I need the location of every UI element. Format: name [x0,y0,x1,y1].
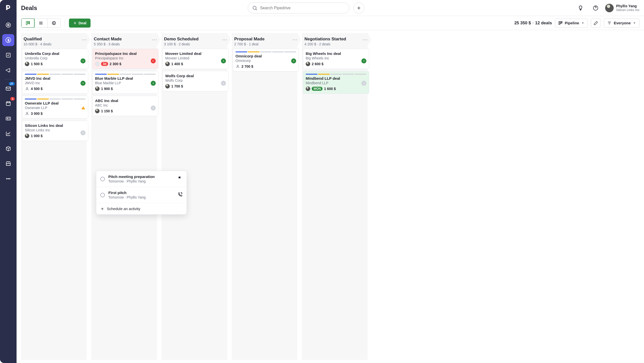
person-icon [235,64,240,69]
pipeline-stage: Qualified 10 000 $ · 4 deals ⋯ Umbrella … [21,33,89,360]
stage-summary: 5 350 $ · 3 deals [94,42,122,46]
help-icon [593,5,599,11]
deal-amount: 1 500 $ [31,62,43,66]
overdue-chip: 3d [101,62,108,66]
nav-deals[interactable] [2,34,14,46]
deal-org: Ownerate LLP [25,106,86,110]
svg-rect-14 [26,21,27,25]
deal-card[interactable]: Moveer Limited deal Moveer Limited 1 400… [163,49,229,69]
view-kanban[interactable] [21,19,34,28]
pipeline-selector[interactable]: Pipeline [555,19,588,28]
person-icon [25,86,29,91]
deal-card[interactable]: Big Wheels Inc deal Big Wheels Inc 2 600… [303,49,369,69]
svg-point-2 [8,25,9,25]
help-button[interactable] [590,3,601,14]
view-forecast[interactable] [47,19,60,28]
person-icon [25,111,29,116]
pipeline-stage: Negotiations Started 4 200 $ · 2 deals ⋯… [302,33,370,360]
status-green-icon [80,81,86,86]
stage-summary: 10 000 $ · 4 deals [24,42,51,46]
user-menu[interactable]: Phyllis Yang Silicon Links Inc [605,4,639,12]
nav-leads[interactable] [2,19,14,31]
svg-point-22 [26,112,28,114]
status-green-icon [221,58,226,63]
stage-menu[interactable]: ⋯ [82,37,87,42]
deal-card[interactable]: Principalspace Inc deal Principalspace I… [92,49,158,69]
user-name: Phyllis Yang [616,4,639,8]
deal-card[interactable]: Blue Marble LLP deal Blue Marble LLP 1 9… [92,71,158,94]
svg-rect-6 [6,102,10,106]
stage-menu[interactable]: ⋯ [152,37,157,42]
deal-card[interactable]: Umbrella Corp deal Umbrella Corp 1 500 $ [22,49,88,69]
deal-card[interactable]: JMVD Inc deal JMVD Inc 4 500 $ [22,71,88,94]
deal-card[interactable]: Silicon Links Inc deal Silicon Links Inc… [22,121,88,141]
deal-amount: 1 700 $ [171,84,183,88]
add-button[interactable] [353,3,364,14]
chevron-down-icon [633,21,636,25]
deal-org: Mindbend LLP [306,81,366,85]
deal-amount: 2 700 $ [241,64,253,68]
deal-amount: 1 900 $ [101,87,113,91]
stage-menu[interactable]: ⋯ [292,37,297,42]
search-input[interactable] [260,6,345,10]
pipeline-icon [558,21,563,25]
activity-item[interactable]: First pitchTomorrow · Phyllis Yang [96,187,187,203]
activity-badge: 1 [10,97,15,101]
activity-checkbox[interactable] [100,177,105,181]
deal-card[interactable]: Omnicorp deal Omnicorp 2 700 $ [233,49,299,71]
nav-mail[interactable]: 27 [2,82,14,95]
stage-summary: 3 100 $ · 2 deals [164,42,199,46]
forecast-icon [51,21,56,26]
deal-title: Omnicorp deal [235,54,296,58]
nav-contacts[interactable] [2,113,14,125]
stage-title: Demo Scheduled [164,37,199,42]
plus-icon [100,207,104,211]
activity-item[interactable]: Pitch meeting preparationTomorrow · Phyl… [96,171,187,187]
tips-button[interactable] [575,3,586,14]
svg-point-11 [10,178,10,179]
call-icon [178,192,183,197]
deal-org: Moveer Limited [165,56,226,60]
search-box[interactable] [248,3,349,14]
deal-org: Omnicorp [235,59,296,63]
filter-icon [607,21,612,25]
nav-activities[interactable]: 1 [2,98,14,110]
status-grey-icon [151,106,156,111]
deal-title: Big Wheels Inc deal [306,51,366,56]
stage-progress [306,74,366,75]
deal-amount: 1 000 $ [31,134,43,138]
deal-card[interactable]: Wolfs Corp deal Wolfs Corp 1 700 $ [163,71,229,91]
edit-pipeline-button[interactable] [591,19,601,28]
stage-progress [95,74,156,75]
activity-popup: Pitch meeting preparationTomorrow · Phyl… [96,171,187,215]
status-red-icon [151,58,156,63]
stage-title: Contact Made [94,37,122,42]
stage-menu[interactable]: ⋯ [363,37,368,42]
deal-title: Blue Marble LLP deal [95,76,156,80]
deal-card[interactable]: Mindbend LLP deal Mindbend LLP WON 1 600… [303,71,369,94]
svg-rect-15 [28,21,29,23]
view-list[interactable] [34,19,47,28]
nav-more[interactable] [2,173,14,185]
nav-campaigns[interactable] [2,64,14,76]
schedule-activity-button[interactable]: Schedule an activity [96,203,187,214]
deal-org: ABC Inc [95,103,156,107]
filter-selector[interactable]: Everyone [604,19,639,28]
chevron-down-icon [581,21,585,25]
deal-card[interactable]: ABC Inc deal ABC Inc 1 150 $ Pitch meeti… [92,96,158,116]
activity-checkbox[interactable] [100,193,105,197]
nav-projects[interactable] [2,49,14,61]
nav-insights[interactable] [2,128,14,140]
deal-amount: 1 600 $ [324,87,336,91]
deal-title: Mindbend LLP deal [306,76,366,80]
user-avatar [605,4,614,12]
deal-amount: 1 150 $ [101,109,113,113]
add-deal-button[interactable]: Deal [69,19,91,28]
stage-title: Negotiations Started [304,37,346,42]
deal-card[interactable]: Ownerate LLP deal Ownerate LLP 3 000 $ [22,96,88,119]
nav-products[interactable] [2,143,14,155]
owner-avatar [25,134,29,138]
nav-marketplace[interactable] [2,158,14,170]
stage-menu[interactable]: ⋯ [222,37,227,42]
deal-org: Principalspace Inc [95,56,156,60]
